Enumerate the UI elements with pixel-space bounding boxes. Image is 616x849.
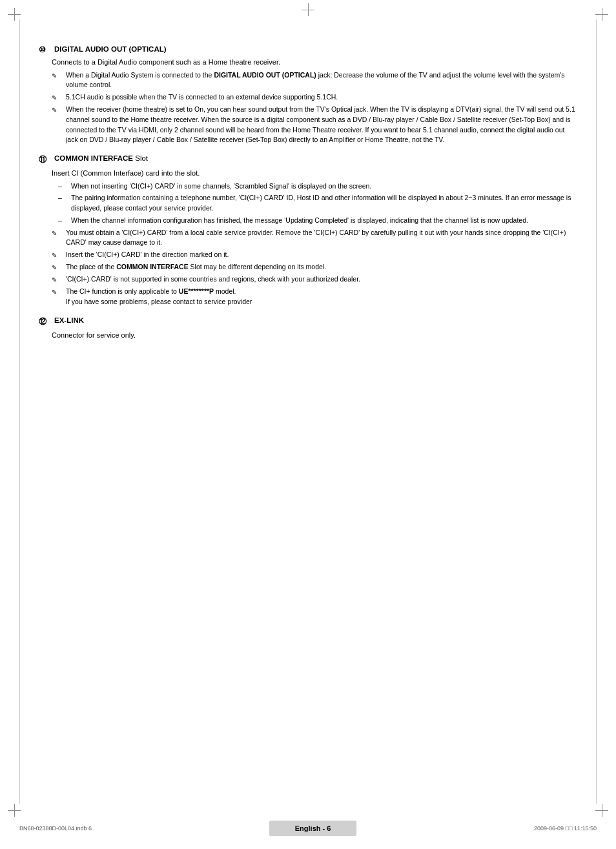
left-border-line [19, 19, 20, 804]
note-text-10-2: 5.1CH audio is possible when the TV is c… [66, 92, 577, 103]
note-11-2: ✎ Insert the 'CI(CI+) CARD' in the direc… [52, 250, 577, 260]
note-10-3: ✎ When the receiver (home theatre) is se… [52, 105, 577, 145]
note-text-11-2: Insert the 'CI(CI+) CARD' in the directi… [66, 250, 577, 260]
section-10-title: DIGITAL AUDIO OUT (OPTICAL) [54, 45, 167, 53]
dash-icon-11-3: – [58, 216, 68, 226]
note-icon-11-1: ✎ [52, 229, 63, 238]
section-12-intro: Connector for service only. [52, 330, 577, 341]
note-11-4: ✎ 'CI(CI+) CARD' is not supported in som… [52, 274, 577, 285]
section-10-body: Connects to a Digital Audio component su… [52, 57, 577, 145]
note-11-5: ✎ The CI+ function is only applicable to… [52, 287, 577, 307]
section-12-number: ⑫ [39, 316, 52, 327]
dash-icon-11-1: – [58, 181, 68, 192]
section-11: ⑪ COMMON INTERFACE Slot Insert CI (Commo… [39, 154, 577, 307]
section-12: ⑫ EX-LINK Connector for service only. [39, 316, 577, 341]
page-container: ⑩ DIGITAL AUDIO OUT (OPTICAL) Connects t… [0, 0, 616, 849]
note-11-1: ✎ You must obtain a 'CI(CI+) CARD' from … [52, 228, 577, 249]
crosshair-tl [8, 8, 21, 21]
section-11-title: COMMON INTERFACE Slot [54, 154, 148, 162]
note-text-11-4: 'CI(CI+) CARD' is not supported in some … [66, 274, 577, 285]
note-text-11-5: The CI+ function is only applicable to U… [66, 287, 577, 307]
note-icon-11-4: ✎ [52, 275, 63, 285]
dash-text-11-1: When not inserting 'CI(CI+) CARD' in som… [71, 181, 371, 192]
dash-11-2: – The pairing information containing a t… [58, 193, 577, 214]
crosshair-tr [595, 8, 608, 21]
crosshair-tc [302, 3, 314, 16]
section-11-body: Insert CI (Common Interface) card into t… [52, 168, 577, 307]
note-text-11-1: You must obtain a 'CI(CI+) CARD' from a … [66, 228, 577, 249]
note-10-2: ✎ 5.1CH audio is possible when the TV is… [52, 92, 577, 103]
section-12-header: ⑫ EX-LINK [39, 316, 577, 327]
section-10-number: ⑩ [39, 45, 52, 54]
section-10-intro: Connects to a Digital Audio component su… [52, 57, 577, 68]
footer-center: English - 6 [269, 821, 357, 836]
note-text-11-3: The place of the COMMON INTERFACE Slot m… [66, 262, 577, 272]
dash-icon-11-2: – [58, 193, 68, 203]
note-text-10-1: When a Digital Audio System is connected… [66, 70, 577, 91]
note-text-10-3: When the receiver (home theatre) is set … [66, 105, 577, 145]
note-icon-11-3: ✎ [52, 263, 63, 272]
note-icon-11-5: ✎ [52, 287, 63, 297]
footer-left: BN68-02388D-00L04.indb 6 [19, 825, 92, 832]
dash-text-11-3: When the channel information configurati… [71, 216, 528, 226]
dash-text-11-2: The pairing information containing a tel… [71, 193, 577, 214]
note-11-3: ✎ The place of the COMMON INTERFACE Slot… [52, 262, 577, 272]
note-icon-11-2: ✎ [52, 251, 63, 260]
section-10: ⑩ DIGITAL AUDIO OUT (OPTICAL) Connects t… [39, 45, 577, 145]
section-10-header: ⑩ DIGITAL AUDIO OUT (OPTICAL) [39, 45, 577, 54]
main-content: ⑩ DIGITAL AUDIO OUT (OPTICAL) Connects t… [39, 26, 577, 340]
dash-11-3: – When the channel information configura… [58, 216, 577, 226]
crosshair-br [595, 804, 608, 817]
section-11-header: ⑪ COMMON INTERFACE Slot [39, 154, 577, 165]
note-10-1: ✎ When a Digital Audio System is connect… [52, 70, 577, 91]
dash-11-1: – When not inserting 'CI(CI+) CARD' in s… [58, 181, 577, 192]
note-icon-10-2: ✎ [52, 93, 63, 103]
crosshair-bl [8, 804, 21, 817]
footer: BN68-02388D-00L04.indb 6 English - 6 200… [0, 821, 616, 836]
note-icon-10-3: ✎ [52, 105, 63, 115]
section-12-body: Connector for service only. [52, 330, 577, 341]
section-11-number: ⑪ [39, 154, 52, 165]
section-11-intro: Insert CI (Common Interface) card into t… [52, 168, 577, 179]
footer-right: 2009-06-09 □□ 11:15:50 [534, 825, 597, 832]
right-border-line [596, 19, 597, 804]
note-icon-10-1: ✎ [52, 71, 63, 81]
section-12-title: EX-LINK [54, 316, 84, 324]
